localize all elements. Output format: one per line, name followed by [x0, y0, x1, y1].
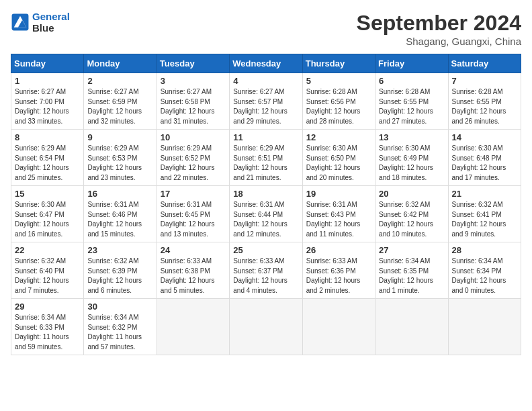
weekday-header-monday: Monday: [84, 54, 157, 73]
day-number: 3: [161, 76, 226, 86]
day-info: Sunrise: 6:30 AMSunset: 6:50 PMDaylight:…: [306, 144, 371, 183]
weekday-header-sunday: Sunday: [11, 54, 84, 73]
weekday-header-saturday: Saturday: [448, 54, 521, 73]
week-row-4: 22Sunrise: 6:32 AMSunset: 6:40 PMDayligh…: [11, 242, 521, 299]
day-number: 26: [306, 245, 371, 255]
week-row-2: 8Sunrise: 6:29 AMSunset: 6:54 PMDaylight…: [11, 130, 521, 186]
day-number: 20: [379, 189, 444, 199]
day-info: Sunrise: 6:31 AMSunset: 6:44 PMDaylight:…: [233, 200, 298, 239]
day-info: Sunrise: 6:33 AMSunset: 6:38 PMDaylight:…: [161, 257, 226, 295]
day-number: 2: [87, 76, 152, 86]
calendar-cell: 25Sunrise: 6:33 AMSunset: 6:37 PMDayligh…: [230, 242, 302, 299]
day-number: 22: [15, 245, 80, 255]
day-number: 8: [15, 132, 80, 142]
calendar-cell: 23Sunrise: 6:32 AMSunset: 6:39 PMDayligh…: [84, 242, 157, 299]
day-number: 6: [379, 76, 444, 86]
day-info: Sunrise: 6:34 AMSunset: 6:34 PMDaylight:…: [452, 257, 517, 295]
month-title: September 2024: [357, 11, 521, 36]
day-info: Sunrise: 6:29 AMSunset: 6:54 PMDaylight:…: [15, 144, 80, 183]
calendar-cell: 17Sunrise: 6:31 AMSunset: 6:45 PMDayligh…: [157, 186, 229, 242]
calendar-cell: 14Sunrise: 6:30 AMSunset: 6:48 PMDayligh…: [448, 130, 521, 186]
calendar-cell: 22Sunrise: 6:32 AMSunset: 6:40 PMDayligh…: [11, 242, 84, 299]
calendar-cell: [448, 299, 521, 355]
day-info: Sunrise: 6:29 AMSunset: 6:53 PMDaylight:…: [87, 144, 152, 183]
calendar-cell: [302, 299, 375, 355]
day-info: Sunrise: 6:27 AMSunset: 7:00 PMDaylight:…: [15, 87, 80, 126]
day-info: Sunrise: 6:27 AMSunset: 6:57 PMDaylight:…: [233, 87, 298, 126]
day-number: 30: [87, 302, 152, 312]
day-number: 15: [15, 189, 80, 199]
day-number: 18: [233, 189, 298, 199]
calendar-cell: 2Sunrise: 6:27 AMSunset: 6:59 PMDaylight…: [84, 73, 157, 130]
calendar-cell: 6Sunrise: 6:28 AMSunset: 6:55 PMDaylight…: [375, 73, 448, 130]
calendar-table: SundayMondayTuesdayWednesdayThursdayFrid…: [11, 54, 521, 355]
calendar-cell: 4Sunrise: 6:27 AMSunset: 6:57 PMDaylight…: [230, 73, 302, 130]
weekday-header-wednesday: Wednesday: [230, 54, 302, 73]
week-row-1: 1Sunrise: 6:27 AMSunset: 7:00 PMDaylight…: [11, 73, 521, 130]
day-number: 4: [233, 76, 298, 86]
calendar-cell: 21Sunrise: 6:32 AMSunset: 6:41 PMDayligh…: [448, 186, 521, 242]
calendar-cell: 3Sunrise: 6:27 AMSunset: 6:58 PMDaylight…: [157, 73, 229, 130]
calendar-cell: 27Sunrise: 6:34 AMSunset: 6:35 PMDayligh…: [375, 242, 448, 299]
calendar-cell: 26Sunrise: 6:33 AMSunset: 6:36 PMDayligh…: [302, 242, 375, 299]
weekday-header-tuesday: Tuesday: [157, 54, 229, 73]
calendar-cell: 9Sunrise: 6:29 AMSunset: 6:53 PMDaylight…: [84, 130, 157, 186]
logo-icon: [11, 13, 30, 32]
calendar-cell: [157, 299, 229, 355]
calendar-cell: [230, 299, 302, 355]
day-number: 12: [306, 132, 371, 142]
logo: General Blue: [11, 11, 70, 34]
day-info: Sunrise: 6:31 AMSunset: 6:46 PMDaylight:…: [87, 200, 152, 239]
day-info: Sunrise: 6:32 AMSunset: 6:40 PMDaylight:…: [15, 257, 80, 295]
day-info: Sunrise: 6:28 AMSunset: 6:56 PMDaylight:…: [306, 87, 371, 126]
day-info: Sunrise: 6:34 AMSunset: 6:33 PMDaylight:…: [15, 313, 80, 352]
calendar-cell: 24Sunrise: 6:33 AMSunset: 6:38 PMDayligh…: [157, 242, 229, 299]
day-number: 21: [452, 189, 517, 199]
day-info: Sunrise: 6:30 AMSunset: 6:49 PMDaylight:…: [379, 144, 444, 183]
day-info: Sunrise: 6:33 AMSunset: 6:37 PMDaylight:…: [233, 257, 298, 295]
weekday-header-thursday: Thursday: [302, 54, 375, 73]
day-number: 27: [379, 245, 444, 255]
day-info: Sunrise: 6:32 AMSunset: 6:39 PMDaylight:…: [87, 257, 152, 295]
day-info: Sunrise: 6:27 AMSunset: 6:59 PMDaylight:…: [87, 87, 152, 126]
day-info: Sunrise: 6:34 AMSunset: 6:35 PMDaylight:…: [379, 257, 444, 295]
day-info: Sunrise: 6:33 AMSunset: 6:36 PMDaylight:…: [306, 257, 371, 295]
calendar-cell: 10Sunrise: 6:29 AMSunset: 6:52 PMDayligh…: [157, 130, 229, 186]
day-info: Sunrise: 6:31 AMSunset: 6:45 PMDaylight:…: [161, 200, 226, 239]
day-number: 10: [161, 132, 226, 142]
calendar-cell: 12Sunrise: 6:30 AMSunset: 6:50 PMDayligh…: [302, 130, 375, 186]
page-header: General Blue September 2024 Shagang, Gua…: [11, 11, 521, 47]
calendar-cell: 29Sunrise: 6:34 AMSunset: 6:33 PMDayligh…: [11, 299, 84, 355]
calendar-cell: 19Sunrise: 6:31 AMSunset: 6:43 PMDayligh…: [302, 186, 375, 242]
day-info: Sunrise: 6:30 AMSunset: 6:47 PMDaylight:…: [15, 200, 80, 239]
day-number: 17: [161, 189, 226, 199]
calendar-cell: [375, 299, 448, 355]
day-number: 24: [161, 245, 226, 255]
weekday-header-row: SundayMondayTuesdayWednesdayThursdayFrid…: [11, 54, 521, 73]
day-number: 29: [15, 302, 80, 312]
day-number: 5: [306, 76, 371, 86]
logo-text: General Blue: [32, 11, 70, 34]
day-number: 9: [87, 132, 152, 142]
calendar-cell: 11Sunrise: 6:29 AMSunset: 6:51 PMDayligh…: [230, 130, 302, 186]
calendar-cell: 1Sunrise: 6:27 AMSunset: 7:00 PMDaylight…: [11, 73, 84, 130]
calendar-cell: 16Sunrise: 6:31 AMSunset: 6:46 PMDayligh…: [84, 186, 157, 242]
week-row-5: 29Sunrise: 6:34 AMSunset: 6:33 PMDayligh…: [11, 299, 521, 355]
weekday-header-friday: Friday: [375, 54, 448, 73]
day-info: Sunrise: 6:31 AMSunset: 6:43 PMDaylight:…: [306, 200, 371, 239]
day-info: Sunrise: 6:32 AMSunset: 6:42 PMDaylight:…: [379, 200, 444, 239]
day-number: 7: [452, 76, 517, 86]
day-info: Sunrise: 6:29 AMSunset: 6:52 PMDaylight:…: [161, 144, 226, 183]
day-info: Sunrise: 6:28 AMSunset: 6:55 PMDaylight:…: [379, 87, 444, 126]
calendar-cell: 13Sunrise: 6:30 AMSunset: 6:49 PMDayligh…: [375, 130, 448, 186]
calendar-cell: 5Sunrise: 6:28 AMSunset: 6:56 PMDaylight…: [302, 73, 375, 130]
location: Shagang, Guangxi, China: [357, 36, 521, 47]
day-number: 25: [233, 245, 298, 255]
day-info: Sunrise: 6:34 AMSunset: 6:32 PMDaylight:…: [87, 313, 152, 352]
day-number: 19: [306, 189, 371, 199]
day-number: 16: [87, 189, 152, 199]
day-number: 13: [379, 132, 444, 142]
calendar-cell: 7Sunrise: 6:28 AMSunset: 6:55 PMDaylight…: [448, 73, 521, 130]
day-number: 23: [87, 245, 152, 255]
calendar-cell: 8Sunrise: 6:29 AMSunset: 6:54 PMDaylight…: [11, 130, 84, 186]
